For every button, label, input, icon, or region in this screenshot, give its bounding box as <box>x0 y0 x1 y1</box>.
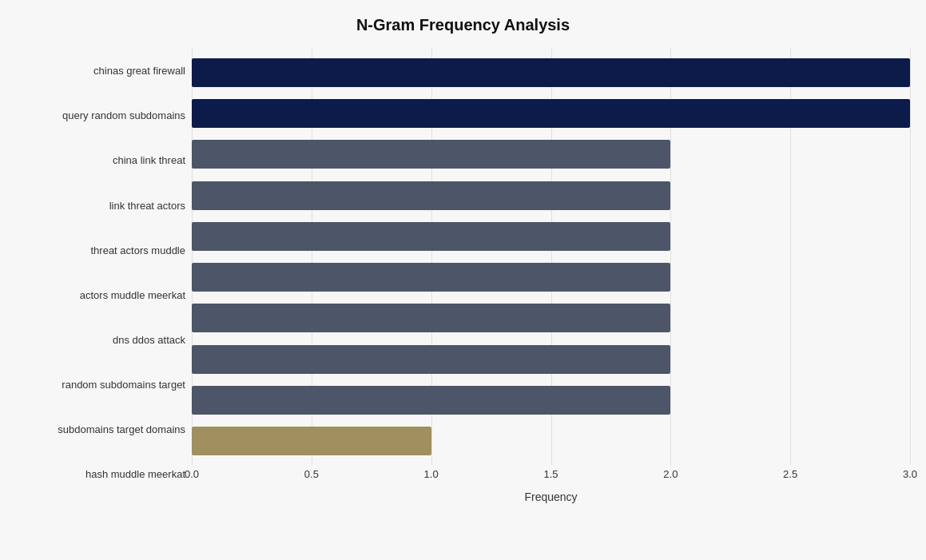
bar-row <box>192 55 910 90</box>
bar-row <box>192 178 910 213</box>
chart-area: chinas great firewallquery random subdom… <box>16 49 910 497</box>
chart-title: N-Gram Frequency Analysis <box>16 16 910 34</box>
y-label: subdomains target domains <box>58 408 185 451</box>
bar-row <box>192 96 910 131</box>
y-axis: chinas great firewallquery random subdom… <box>16 49 192 497</box>
y-label: link threat actors <box>109 184 185 227</box>
bar <box>192 222 670 251</box>
bars-inner <box>192 49 910 465</box>
x-axis: Frequency 0.00.51.01.52.02.53.0 <box>192 465 910 497</box>
bar <box>192 140 670 169</box>
x-tick: 2.0 <box>663 468 678 480</box>
bar <box>192 181 670 210</box>
bar <box>192 58 910 87</box>
y-label: actors muddle meerkat <box>80 274 185 317</box>
x-axis-label: Frequency <box>192 490 910 503</box>
bar <box>192 427 431 455</box>
bar <box>192 345 670 374</box>
bars-and-xaxis: Frequency 0.00.51.01.52.02.53.0 <box>192 49 910 497</box>
bar-row <box>192 342 910 377</box>
bars-area <box>192 49 910 465</box>
x-tick: 0.0 <box>185 468 199 480</box>
bar-row <box>192 137 910 172</box>
chart-container: N-Gram Frequency Analysis chinas great f… <box>0 0 926 560</box>
y-label: threat actors muddle <box>90 228 185 272</box>
y-label: hash muddle meerkat <box>85 453 185 496</box>
x-tick: 1.0 <box>424 468 439 480</box>
bar-row <box>192 260 910 295</box>
bar-row <box>192 423 910 459</box>
x-tick: 0.5 <box>304 468 319 480</box>
bar-row <box>192 219 910 254</box>
bar <box>192 99 910 128</box>
x-tick: 1.5 <box>543 468 558 480</box>
bar <box>192 304 670 332</box>
x-tick: 2.5 <box>783 468 797 480</box>
grid-line <box>910 49 911 465</box>
bar-row <box>192 383 910 418</box>
bar <box>192 263 670 292</box>
y-label: dns ddos attack <box>113 319 185 362</box>
bar <box>192 386 670 415</box>
y-label: query random subdomains <box>62 94 185 137</box>
y-label: chinas great firewall <box>93 50 185 93</box>
bar-row <box>192 300 910 336</box>
y-label: china link threat <box>113 139 185 182</box>
y-label: random subdomains target <box>62 363 185 407</box>
x-tick: 3.0 <box>903 468 917 480</box>
